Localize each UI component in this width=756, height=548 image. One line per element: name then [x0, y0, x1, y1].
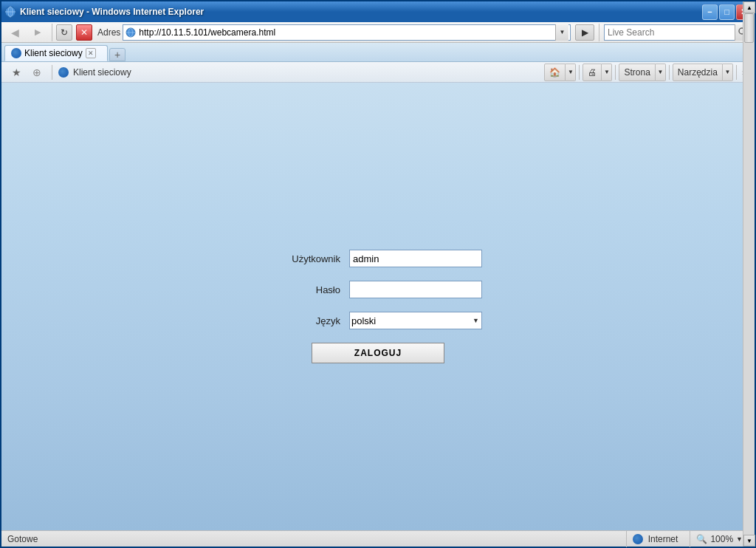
address-label: Adres — [97, 27, 120, 38]
login-btn-row: ZALOGUJ — [274, 343, 482, 363]
home-dropdown[interactable]: ▼ — [566, 64, 576, 81]
add-favorites-button[interactable]: ⊕ — [28, 64, 46, 81]
zoom-section: 🔍 100% ▼ — [690, 531, 749, 547]
refresh-button[interactable]: ↻ — [56, 24, 72, 41]
minimize-button[interactable]: − — [702, 4, 718, 20]
new-tab-button[interactable]: + — [109, 48, 126, 61]
status-bar: Gotowe Internet 🔍 100% ▼ — [1, 530, 755, 547]
separator3 — [52, 65, 52, 80]
password-label: Hasło — [274, 284, 340, 295]
stop-button[interactable]: ✕ — [76, 24, 92, 41]
separator6 — [669, 65, 670, 80]
content-with-scrollbar: Użytkownik Hasło Język polski English — [1, 83, 755, 530]
status-right: Internet 🔍 100% ▼ — [626, 531, 749, 547]
zoom-icon: 🔍 — [696, 534, 707, 544]
language-select[interactable]: polski English Deutsch Français — [349, 312, 482, 329]
login-form: Użytkownik Hasło Język polski English — [259, 235, 497, 378]
language-label: Język — [274, 315, 340, 326]
password-row: Hasło — [274, 281, 482, 298]
print-dropdown[interactable]: ▼ — [602, 64, 612, 81]
tools-dropdown[interactable]: ▼ — [723, 64, 733, 81]
separator2 — [599, 24, 599, 41]
username-row: Użytkownik — [274, 250, 482, 267]
url-input[interactable] — [139, 27, 555, 38]
scrollbar-vertical: ▲ ▼ — [743, 83, 755, 530]
maximize-button[interactable]: □ — [719, 4, 735, 20]
password-input[interactable] — [349, 281, 482, 298]
toolbar2-tab-label: Klient sieciowy — [73, 67, 131, 78]
forward-button[interactable]: ▶ — [27, 22, 48, 43]
favorites-star-button[interactable]: ★ — [7, 64, 25, 81]
separator4 — [579, 65, 580, 80]
back-button[interactable]: ◀ — [4, 22, 25, 43]
scroll-track[interactable] — [743, 83, 755, 530]
url-dropdown[interactable]: ▼ — [555, 24, 568, 41]
username-input[interactable] — [349, 250, 482, 267]
home-btn-group: 🏠 ▼ — [544, 64, 576, 81]
toolbar2: ★ ⊕ Klient sieciowy 🏠 ▼ 🖨 ▼ Str — [1, 62, 755, 83]
browser-window: Klient sieciowy - Windows Internet Explo… — [0, 0, 756, 548]
status-text: Gotowe — [7, 534, 626, 544]
separator5 — [615, 65, 616, 80]
zoom-dropdown[interactable]: ▼ — [736, 535, 743, 543]
username-label: Użytkownik — [274, 253, 340, 264]
window-title: Klient sieciowy - Windows Internet Explo… — [20, 7, 204, 17]
content-area: Użytkownik Hasło Język polski English — [1, 83, 755, 530]
tab-icon — [11, 48, 21, 58]
title-bar: Klient sieciowy - Windows Internet Explo… — [1, 1, 755, 22]
right-toolbar: 🏠 ▼ 🖨 ▼ Strona ▼ Narzędzia ▼ — [544, 64, 749, 81]
search-input[interactable] — [605, 27, 735, 38]
zone-section: Internet — [626, 531, 684, 547]
tools-button[interactable]: Narzędzia — [673, 64, 723, 81]
page-group: Strona ▼ — [619, 64, 665, 81]
page-dropdown[interactable]: ▼ — [656, 64, 666, 81]
separator7 — [736, 65, 737, 80]
language-row: Język polski English Deutsch Français — [274, 312, 482, 329]
print-button[interactable]: 🖨 — [583, 64, 602, 81]
separator — [52, 24, 52, 41]
go-button[interactable]: ▶ — [575, 24, 594, 41]
tab-klient[interactable]: Klient sieciowy ✕ — [4, 45, 108, 61]
browser-icon — [4, 6, 16, 18]
tab-icon2 — [58, 67, 69, 78]
print-group: 🖨 ▼ — [583, 64, 612, 81]
title-bar-left: Klient sieciowy - Windows Internet Explo… — [4, 6, 204, 18]
tab-close-button[interactable]: ✕ — [86, 48, 96, 58]
tab-bar: Klient sieciowy ✕ + — [1, 43, 755, 62]
address-bar: ◀ ▶ ↻ ✕ Adres ▼ ▶ — [1, 22, 755, 43]
tab-title: Klient sieciowy — [24, 48, 83, 58]
address-input-wrapper: ▼ — [123, 24, 571, 41]
language-select-wrapper: polski English Deutsch Français — [349, 312, 482, 329]
search-bar-wrapper — [604, 24, 752, 41]
login-button[interactable]: ZALOGUJ — [312, 343, 444, 363]
page-icon — [125, 27, 137, 38]
home-button[interactable]: 🏠 — [544, 64, 566, 81]
status-message: Gotowe — [7, 534, 38, 544]
zone-label: Internet — [648, 534, 678, 544]
globe-icon — [633, 534, 643, 544]
zoom-label: 100% — [710, 534, 733, 544]
page-button[interactable]: Strona — [619, 64, 655, 81]
tools-group: Narzędzia ▼ — [673, 64, 733, 81]
